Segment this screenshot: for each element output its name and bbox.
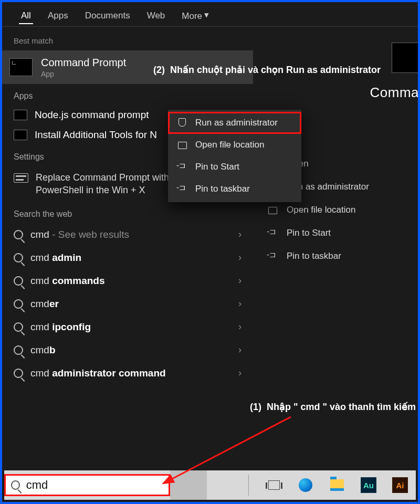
taskbar-app-audition[interactable]: Au [359, 476, 378, 495]
settings-icon [14, 173, 28, 183]
search-icon [14, 345, 23, 355]
chevron-right-icon: › [238, 344, 242, 355]
pin-icon [177, 162, 188, 172]
best-match-subtitle: App [41, 70, 126, 78]
shield-icon [177, 118, 188, 128]
folder-icon [177, 140, 188, 150]
folder-icon [268, 205, 278, 215]
taskbar-app-edge[interactable] [296, 476, 315, 495]
terminal-icon [14, 130, 27, 140]
section-apps: Apps [2, 84, 253, 105]
file-explorer-icon [330, 479, 344, 491]
preview-title: Comma [253, 85, 418, 101]
action-pin-to-taskbar[interactable]: Pin to taskbar [268, 245, 403, 268]
tab-more[interactable]: More▾ [173, 7, 217, 26]
action-pin-to-start[interactable]: Pin to Start [268, 222, 403, 245]
chevron-right-icon: › [238, 298, 242, 309]
pin-icon [177, 184, 188, 194]
pin-icon [268, 251, 278, 261]
chevron-right-icon: › [238, 321, 242, 332]
terminal-icon [14, 110, 27, 120]
pin-icon [268, 228, 278, 238]
search-icon [14, 276, 23, 286]
taskbar-app-explorer[interactable] [328, 476, 346, 495]
web-result-cmd-administrator[interactable]: cmd administrator command › [2, 362, 253, 385]
search-icon [11, 480, 20, 490]
search-icon [14, 230, 23, 239]
chevron-right-icon: › [238, 368, 242, 379]
search-icon [14, 369, 23, 378]
chevron-right-icon: › [238, 229, 242, 240]
edge-icon [299, 478, 312, 492]
ctx-pin-to-start[interactable]: Pin to Start [168, 156, 301, 178]
tab-apps[interactable]: Apps [39, 7, 77, 26]
ctx-run-as-administrator[interactable]: Run as administrator [168, 112, 301, 134]
annotation-step-2: (2) Nhấn chuột phải và chọn Run as admin… [153, 64, 381, 76]
illustrator-icon: Ai [392, 477, 408, 493]
web-result-cmdb[interactable]: cmdb › [2, 339, 253, 362]
web-result-cmd-commands[interactable]: cmd commands › [2, 269, 253, 292]
task-view-button[interactable] [265, 476, 284, 495]
search-input[interactable] [26, 478, 163, 492]
taskbar-search-box[interactable] [4, 474, 170, 496]
ctx-pin-to-taskbar[interactable]: Pin to taskbar [168, 178, 301, 200]
command-prompt-icon [9, 58, 33, 76]
search-icon [14, 253, 23, 262]
best-match-title: Command Prompt [41, 57, 126, 69]
web-result-cmd-admin[interactable]: cmd admin › [2, 246, 253, 269]
section-best-match: Best match [2, 27, 253, 50]
search-icon [14, 299, 23, 309]
search-icon [14, 322, 23, 332]
taskbar-app-illustrator[interactable]: Ai [391, 476, 410, 495]
preview-app-icon [392, 43, 418, 73]
web-result-cmd-ipconfig[interactable]: cmd ipconfig › [2, 316, 253, 339]
web-result-cmd[interactable]: cmd - See web results › [2, 223, 253, 246]
taskbar: Au Ai [4, 470, 416, 500]
tab-all[interactable]: All [13, 7, 39, 26]
task-view-icon [268, 480, 280, 490]
chevron-right-icon: › [238, 252, 242, 263]
search-scope-tabs: All Apps Documents Web More▾ [2, 2, 418, 26]
section-search-web: Search the web [2, 202, 253, 223]
ctx-open-file-location[interactable]: Open file location [168, 134, 301, 156]
chevron-down-icon: ▾ [204, 9, 209, 20]
chevron-right-icon: › [238, 275, 242, 286]
tab-documents[interactable]: Documents [77, 7, 139, 26]
web-result-cmder[interactable]: cmder › [2, 292, 253, 316]
tab-web[interactable]: Web [139, 7, 174, 26]
audition-icon: Au [361, 477, 376, 493]
annotation-step-1: (1) Nhập " cmd " vào thanh tìm kiếm [250, 401, 416, 413]
context-menu: Run as administrator Open file location … [168, 110, 301, 202]
